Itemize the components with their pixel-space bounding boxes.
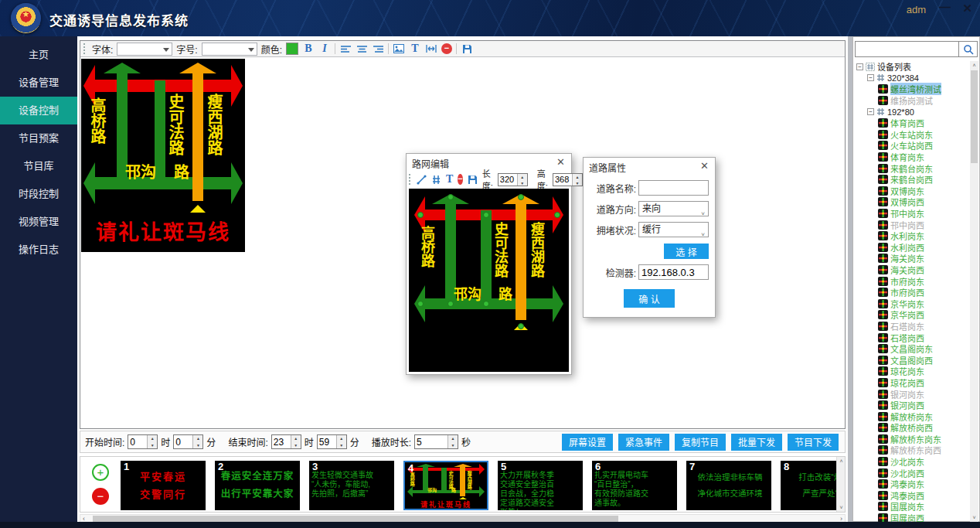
sidebar-item[interactable]: 节目预案 (0, 124, 77, 152)
font-select[interactable] (117, 43, 172, 56)
stepper-arrows[interactable]: ▲▼ (336, 435, 346, 448)
device-search-input[interactable] (855, 41, 959, 57)
tree-device-item[interactable]: 市府岗西 (855, 287, 970, 298)
tree-device-item[interactable]: 双博岗西 (855, 196, 970, 208)
sidebar-item[interactable]: 操作日志 (0, 236, 77, 264)
fit-width-icon[interactable] (425, 43, 437, 54)
collapse-icon[interactable]: − (856, 63, 863, 70)
tree-device-item[interactable]: 邗中岗东 (855, 208, 970, 220)
height-stepper[interactable]: ▲▼ (553, 173, 583, 186)
tree-device-item[interactable]: 海关岗西 (855, 264, 970, 276)
control-point[interactable] (518, 194, 524, 200)
road-label-bottom-left[interactable]: 邗沟 (454, 283, 481, 303)
tree-device-item[interactable]: 解放桥岗西 (855, 422, 970, 434)
scroll-up-icon[interactable]: ˄ (970, 63, 978, 68)
align-right-icon[interactable] (372, 43, 384, 54)
scroll-down-icon[interactable]: ˅ (970, 515, 978, 520)
stepper-arrows[interactable]: ▲▼ (517, 174, 527, 186)
italic-button[interactable]: I (318, 43, 331, 55)
tree-device-item[interactable]: 体育岗东 (855, 152, 970, 163)
tree-device-item[interactable]: 国展岗东 (855, 501, 970, 513)
road-label-middle[interactable]: 史可法路 (492, 222, 507, 278)
tree-device-item[interactable]: 鸿泰岗西 (855, 490, 970, 502)
sidebar-item[interactable]: 设备控制 (0, 97, 77, 124)
road-green-double-arrow-head[interactable] (553, 285, 563, 322)
tree-device-item[interactable]: 沙北岗西 (855, 467, 970, 479)
start-minute-stepper[interactable]: ▲▼ (173, 434, 203, 449)
collapse-icon[interactable]: − (867, 74, 874, 81)
stepper-arrows[interactable]: ▲▼ (291, 435, 301, 448)
height-input[interactable] (553, 174, 572, 186)
collapse-icon[interactable]: − (867, 108, 874, 115)
tree-device-item[interactable]: 邗中岗西 (855, 219, 970, 230)
control-point[interactable] (447, 301, 454, 307)
thumbnail-item[interactable]: 2春运安全连万家出行平安靠大家 (215, 461, 300, 510)
thumbnail-item[interactable]: 6扎实开展电动车“百日整治”，有效预防道路交通事故。 (592, 461, 677, 510)
sidebar-item[interactable]: 时段控制 (0, 180, 77, 208)
tree-device-item[interactable]: 市府岗东 (855, 275, 970, 287)
emergency-event-button[interactable]: 紧急事件 (618, 434, 669, 451)
end-hour-stepper[interactable]: ▲▼ (271, 434, 301, 449)
tree-device-item[interactable]: 京华岗西 (855, 309, 970, 321)
tree-device-item[interactable]: 火车站岗西 (855, 140, 970, 152)
thumbnail-item[interactable]: 3发生轻微交通事故“人未伤，车能动,先拍照，后撤离” (309, 461, 394, 510)
tree-device-item[interactable]: 解放桥东岗东 (855, 434, 970, 445)
road-network-canvas[interactable]: 高桥路史可法路瘦西湖路邗沟路 (409, 189, 569, 372)
tree-group[interactable]: −192*80 (855, 106, 970, 118)
tree-device-item[interactable]: 来鹤台岗东 (855, 162, 970, 174)
road-label-bottom-right[interactable]: 路 (499, 283, 512, 303)
control-point[interactable] (483, 301, 489, 307)
copy-program-button[interactable]: 复制节目 (675, 434, 726, 451)
toolbar-drag-handle[interactable] (83, 43, 87, 54)
duration-input[interactable] (415, 435, 447, 448)
scroll-up-icon[interactable]: ˄ (837, 458, 846, 464)
tree-root[interactable]: −设备列表 (855, 61, 970, 73)
duration-stepper[interactable]: ▲▼ (414, 434, 458, 449)
align-center-icon[interactable] (356, 43, 368, 54)
editor-canvas[interactable]: 高桥路史可法路瘦西湖路邗沟路请礼让斑马线 路网编辑 ✕ T − (80, 57, 845, 428)
start-hour-input[interactable] (128, 435, 147, 448)
length-input[interactable] (499, 174, 517, 186)
congestion-select[interactable]: 缓行 ˅ (638, 222, 709, 237)
tree-device-item[interactable]: 火车站岗东 (855, 129, 970, 141)
delete-icon[interactable]: − (441, 43, 452, 54)
confirm-button[interactable]: 确 认 (624, 289, 675, 308)
road-label-left[interactable]: 高桥路 (419, 226, 434, 267)
road-direction-select[interactable]: 来向 ˅ (638, 201, 709, 216)
control-point[interactable] (554, 212, 560, 218)
minimize-icon[interactable]: — (939, 0, 951, 13)
remove-program-button[interactable]: − (92, 488, 109, 505)
device-tree-scrollbar[interactable]: ˄ ˅ (970, 61, 978, 522)
control-point[interactable] (483, 212, 489, 218)
stepper-arrows[interactable]: ▲▼ (192, 435, 202, 448)
sidebar-item[interactable]: 视频管理 (0, 208, 77, 236)
control-point[interactable] (518, 323, 524, 329)
tree-device-item[interactable]: 解放桥岗东 (855, 410, 970, 422)
tree-device-item[interactable]: 文昌阁岗东 (855, 343, 970, 355)
end-hour-input[interactable] (272, 435, 291, 448)
start-minute-input[interactable] (174, 435, 192, 448)
tree-device-item[interactable]: 维扬岗测试 (855, 95, 970, 107)
insert-image-icon[interactable] (393, 43, 405, 54)
save-icon[interactable] (461, 43, 473, 54)
tree-device-item[interactable]: 石塔岗西 (855, 332, 970, 343)
tree-device-item[interactable]: 水利岗东 (855, 230, 970, 242)
sidebar-item[interactable]: 主页 (0, 41, 77, 69)
insert-text-icon[interactable]: T (409, 43, 421, 55)
size-select[interactable] (202, 43, 257, 56)
road-label-right[interactable]: 瘦西湖路 (529, 222, 543, 278)
control-point[interactable] (447, 194, 454, 200)
thumbnail-item[interactable]: 5大力开展秋冬季交通安全整治百日会战，全力稳定道路交通安全形势！ (498, 461, 583, 510)
color-swatch[interactable] (286, 43, 298, 55)
draw-line-icon[interactable] (417, 174, 427, 185)
close-icon[interactable]: ✕ (556, 156, 565, 168)
stepper-arrows[interactable]: ▲▼ (447, 435, 458, 448)
thumbnail-vertical-scrollbar[interactable]: ˄ ˅ (836, 457, 845, 512)
tree-device-item[interactable]: 琼花岗东 (855, 366, 970, 377)
save-icon[interactable] (468, 174, 478, 185)
control-point[interactable] (417, 301, 424, 307)
search-icon[interactable] (959, 41, 978, 57)
batch-send-button[interactable]: 批量下发 (731, 434, 782, 451)
close-icon[interactable]: ✕ (962, 2, 972, 15)
tree-device-item[interactable]: 琼花岗西 (855, 377, 970, 389)
